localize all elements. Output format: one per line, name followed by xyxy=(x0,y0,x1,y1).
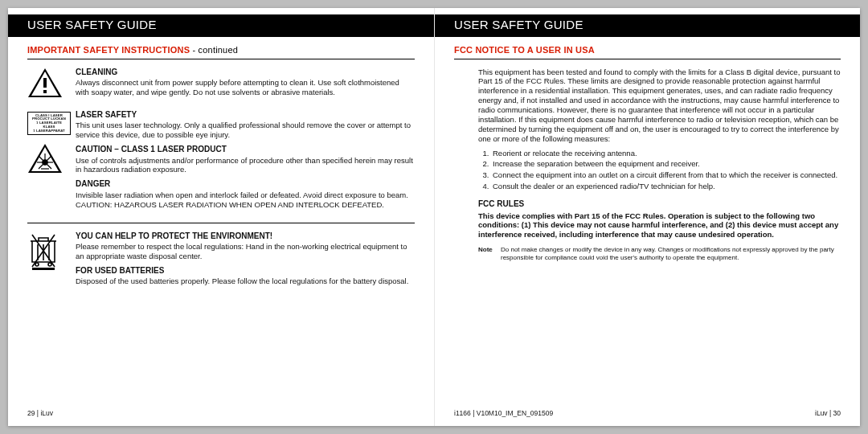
list-item: Consult the dealer or an experienced rad… xyxy=(491,182,841,191)
note-text: Do not make changes or modify the device… xyxy=(501,246,841,262)
list-item: Increase the separation between the equi… xyxy=(491,159,841,169)
svg-point-20 xyxy=(48,263,51,266)
environment-text: Please remember to respect the local reg… xyxy=(76,242,415,261)
batteries-heading: FOR USED BATTERIES xyxy=(76,266,415,276)
cleaning-text: Always disconnect unit from power supply… xyxy=(76,78,415,97)
fcc-rules-heading: FCC RULES xyxy=(478,199,841,210)
caution-heading: CAUTION – CLASS 1 LASER PRODUCT xyxy=(76,145,415,155)
svg-rect-3 xyxy=(43,90,47,93)
subhead-left: IMPORTANT SAFETY INSTRUCTIONS - continue… xyxy=(27,45,415,59)
weee-bin-icon xyxy=(27,231,59,270)
footer-left: 29 | iLuv xyxy=(27,409,415,418)
caution-text: Use of controls adjustments and/or perfo… xyxy=(76,156,415,175)
cleaning-heading: CLEANING xyxy=(76,68,415,78)
footer-right: i1166 | V10M10_IM_EN_091509 iLuv | 30 xyxy=(454,409,841,418)
svg-rect-23 xyxy=(32,268,55,270)
fcc-rules-text: This device complies with Part 15 of the… xyxy=(478,211,841,240)
batteries-text: Disposed of the used batteries properly.… xyxy=(76,276,415,286)
laser-safety-text: This unit uses laser technology. Only a … xyxy=(76,121,415,140)
fcc-measures-list: Reorient or relocate the receiving anten… xyxy=(491,149,841,192)
subhead-right: FCC NOTICE TO A USER IN USA xyxy=(454,45,841,59)
note-label: Note xyxy=(478,246,501,262)
subhead-red: IMPORTANT SAFETY INSTRUCTIONS xyxy=(27,45,190,55)
laser-triangle-icon xyxy=(27,143,63,174)
subhead-continued: - continued xyxy=(190,45,238,55)
footer-right-left: i1166 | V10M10_IM_EN_091509 xyxy=(454,409,553,418)
list-item: Connect the equipment into an outlet on … xyxy=(491,170,841,180)
titlebar-right: USER SAFETY GUIDE xyxy=(435,14,860,37)
svg-point-19 xyxy=(35,263,39,266)
page-spread: USER SAFETY GUIDE IMPORTANT SAFETY INSTR… xyxy=(8,8,860,426)
warning-triangle-icon xyxy=(27,68,63,98)
page-left: USER SAFETY GUIDE IMPORTANT SAFETY INSTR… xyxy=(8,8,434,426)
block-fcc-intro: This equipment has been tested and found… xyxy=(454,68,841,263)
block-laser: CLASS I LASER PROCUCT LUCKAN 1 LASERLAIT… xyxy=(27,110,415,215)
block-cleaning: CLEANING Always disconnect unit from pow… xyxy=(27,68,415,102)
class1-laser-label-icon: CLASS I LASER PROCUCT LUCKAN 1 LASERLAIT… xyxy=(27,112,71,136)
subhead-red-right: FCC NOTICE TO A USER IN USA xyxy=(454,45,595,55)
danger-text: Invisible laser radiation when open and … xyxy=(76,190,415,210)
fcc-rules-block: FCC RULES This device complies with Part… xyxy=(478,199,841,240)
fcc-note: Note Do not make changes or modify the d… xyxy=(478,246,841,262)
footer-right-right: iLuv | 30 xyxy=(815,409,841,418)
fcc-intro-text: This equipment has been tested and found… xyxy=(478,68,841,144)
svg-rect-2 xyxy=(43,78,47,88)
block-environment: YOU CAN HELP TO PROTECT THE ENVIRONMENT!… xyxy=(27,231,415,292)
list-item: Reorient or relocate the receiving anten… xyxy=(491,149,841,158)
separator xyxy=(27,223,415,223)
page-right: USER SAFETY GUIDE FCC NOTICE TO A USER I… xyxy=(434,8,860,426)
footer-left-text: 29 | iLuv xyxy=(27,409,53,418)
danger-heading: DANGER xyxy=(76,179,415,190)
laser-safety-heading: LASER SAFETY xyxy=(76,110,415,121)
titlebar-left: USER SAFETY GUIDE xyxy=(8,14,434,37)
environment-heading: YOU CAN HELP TO PROTECT THE ENVIRONMENT! xyxy=(76,231,415,242)
